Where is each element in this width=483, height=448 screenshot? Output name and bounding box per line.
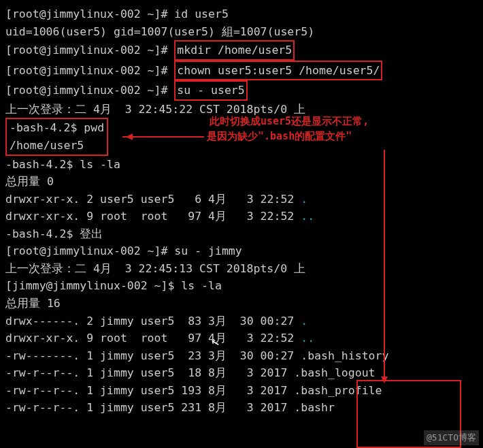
terminal-line: -rw-r--r--. 1 jimmy user5 231 8月 3 2017 … bbox=[5, 399, 478, 417]
terminal-line: [root@jimmylinux-002 ~]# id user5 bbox=[5, 5, 478, 23]
output: uid=1006(user5) gid=1007(user5) 組=1007(u… bbox=[5, 25, 314, 38]
terminal-line: -bash-4.2$ 登出 bbox=[5, 225, 478, 243]
file-bash-logout: .bash_logout bbox=[294, 366, 375, 379]
dir-dotdot: .. bbox=[301, 210, 314, 223]
dir-dot: . bbox=[301, 193, 307, 206]
dir-dotdot: .. bbox=[301, 332, 314, 345]
arrow-down-icon bbox=[384, 150, 385, 381]
terminal-line: -rw-r--r--. 1 jimmy user5 18 8月 3 2017 .… bbox=[5, 364, 478, 382]
ls-entry: -rw-------. 1 jimmy user5 23 3月 30 00:27 bbox=[5, 349, 301, 362]
annotation-text-line1: 此时切换成user5还是显示不正常, bbox=[210, 114, 369, 129]
command: ls -la bbox=[181, 279, 222, 292]
terminal-line: drwxr-xr-x. 9 root root 97 4月 3 22:52 .. bbox=[5, 330, 478, 347]
bash-pwd: -bash-4.2$ pwd bbox=[10, 121, 104, 134]
ls-entry: -rw-r--r--. 1 jimmy user5 18 8月 3 2017 bbox=[5, 366, 294, 379]
output: 上一次登录：二 4月 3 22:45:22 CST 2018pts/0 上 bbox=[5, 103, 305, 116]
ls-entry: -rw-r--r--. 1 jimmy user5 231 8月 3 2017 bbox=[5, 401, 294, 414]
prompt-root: [root@jimmylinux-002 ~]# bbox=[5, 64, 174, 77]
ls-entry: drwxr-xr-x. 9 root root 97 4月 3 22:52 bbox=[5, 332, 301, 345]
dir-dot: . bbox=[301, 315, 307, 327]
terminal-line: [root@jimmylinux-002 ~]# chown user5:use… bbox=[5, 61, 478, 81]
terminal-line: drwxr-xr-x. 9 root root 97 4月 3 22:52 .. bbox=[5, 208, 478, 225]
file-bash-history: .bash_history bbox=[301, 349, 388, 362]
prompt-root: [root@jimmylinux-002 ~]# bbox=[5, 244, 174, 257]
output: 总用量 0 bbox=[5, 175, 54, 188]
terminal-line: [root@jimmylinux-002 ~]# su - jimmy bbox=[5, 242, 478, 260]
output: 总用量 16 bbox=[5, 297, 61, 310]
ls-entry: drwx------. 2 jimmy user5 83 3月 30 00:27 bbox=[5, 315, 301, 327]
output: 上一次登录：二 4月 3 22:45:13 CST 2018pts/0 上 bbox=[5, 262, 305, 275]
file-bashrc: .bashr bbox=[294, 401, 335, 414]
terminal-line: -rw-r--r--. 1 jimmy user5 193 8月 3 2017 … bbox=[5, 382, 478, 400]
ls-entry: drwxr-xr-x. 2 user5 user5 6 4月 3 22:52 bbox=[5, 193, 301, 206]
annotation-text-line2: 是因为缺少".bash的配置文件" bbox=[207, 129, 352, 144]
prompt-root: [root@jimmylinux-002 ~]# bbox=[5, 44, 174, 57]
boxed-command-chown: chown user5:user5 /home/user5/ bbox=[174, 61, 382, 81]
command: su - jimmy bbox=[174, 244, 242, 257]
pwd-output: /home/user5 bbox=[10, 139, 84, 152]
terminal-line: [root@jimmylinux-002 ~]# mkdir /home/use… bbox=[5, 40, 478, 61]
terminal-line: -rw-------. 1 jimmy user5 23 3月 30 00:27… bbox=[5, 347, 478, 365]
boxed-command-mkdir: mkdir /home/user5 bbox=[174, 40, 295, 61]
ls-entry: drwxr-xr-x. 9 root root 97 4月 3 22:52 bbox=[5, 210, 301, 223]
terminal-line: [jimmy@jimmylinux-002 ~]$ ls -la bbox=[5, 277, 478, 295]
file-bash-profile: .bash_profile bbox=[294, 384, 382, 397]
logout: -bash-4.2$ 登出 bbox=[5, 227, 103, 240]
prompt-root: [root@jimmylinux-002 ~]# bbox=[5, 84, 174, 97]
boxed-bash-prompt: -bash-4.2$ pwd/home/user5 bbox=[5, 118, 108, 155]
terminal-line: drwxr-xr-x. 2 user5 user5 6 4月 3 22:52 . bbox=[5, 191, 478, 208]
terminal-line: 上一次登录：二 4月 3 22:45:13 CST 2018pts/0 上 bbox=[5, 260, 478, 278]
watermark-label: @51CTO博客 bbox=[424, 430, 479, 445]
boxed-command-su: su - user5 bbox=[174, 80, 247, 101]
ls-entry: -rw-r--r--. 1 jimmy user5 193 8月 3 2017 bbox=[5, 384, 294, 397]
prompt-root: [root@jimmylinux-002 ~]# bbox=[5, 7, 174, 20]
command: id user5 bbox=[174, 7, 228, 20]
terminal-line: 总用量 0 bbox=[5, 173, 478, 191]
terminal-line: 总用量 16 bbox=[5, 295, 478, 313]
terminal-line: uid=1006(user5) gid=1007(user5) 組=1007(u… bbox=[5, 23, 478, 41]
prompt-jimmy: [jimmy@jimmylinux-002 ~]$ bbox=[5, 279, 181, 292]
command: -bash-4.2$ ls -la bbox=[5, 158, 120, 171]
terminal-line: -bash-4.2$ ls -la bbox=[5, 156, 478, 174]
terminal-line: [root@jimmylinux-002 ~]# su - user5 bbox=[5, 80, 478, 101]
terminal-line: drwx------. 2 jimmy user5 83 3月 30 00:27… bbox=[5, 313, 478, 330]
arrow-left-icon bbox=[122, 136, 204, 138]
